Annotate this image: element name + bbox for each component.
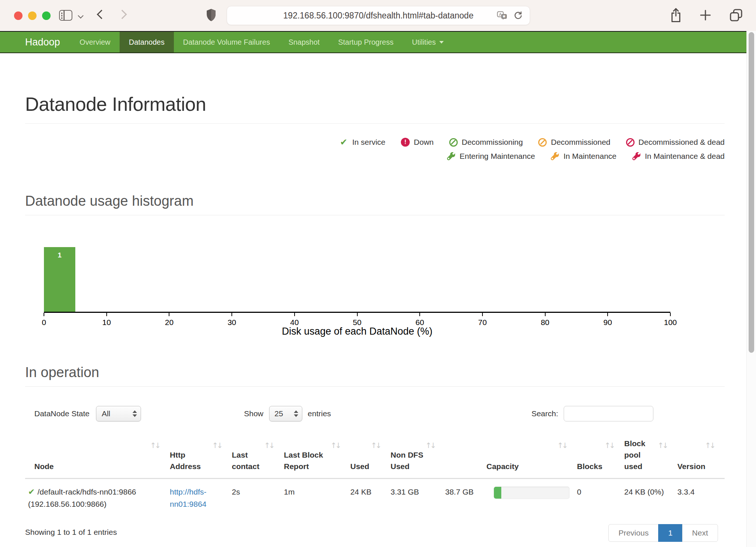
x-axis-tick-label: 20: [165, 318, 173, 327]
nav-item-utilities[interactable]: Utilities: [403, 32, 453, 52]
x-axis-tick-label: 30: [227, 318, 236, 327]
select-arrows-icon: [133, 410, 137, 417]
check-icon: [339, 138, 348, 147]
column-header-http-address[interactable]: Http Address: [170, 438, 232, 479]
browser-toolbar: 192.168.56.100:9870/dfshealth.html#tab-d…: [0, 0, 756, 31]
cell-last-block-report: 1m: [284, 479, 350, 516]
zoom-window-button[interactable]: [42, 11, 51, 20]
pagination-next[interactable]: Next: [683, 524, 718, 542]
scrollbar-thumb[interactable]: [749, 32, 754, 353]
brand-hadoop[interactable]: Hadoop: [25, 32, 60, 52]
address-bar[interactable]: 192.168.56.100:9870/dfshealth.html#tab-d…: [227, 6, 530, 25]
sort-icon[interactable]: [330, 440, 340, 451]
forward-button[interactable]: [117, 10, 127, 19]
column-header-version[interactable]: Version: [677, 438, 725, 479]
nav-item-snapshot[interactable]: Snapshot: [279, 32, 329, 52]
pagination-page-1[interactable]: 1: [659, 524, 683, 542]
tab-overview-icon[interactable]: [729, 8, 743, 23]
sort-icon[interactable]: [557, 440, 567, 451]
close-window-button[interactable]: [14, 11, 23, 20]
section-title-in-operation: In operation: [25, 365, 725, 380]
sort-icon[interactable]: [150, 440, 159, 451]
legend-in-service: In service: [339, 138, 385, 147]
nav-item-overview[interactable]: Overview: [71, 32, 120, 52]
ban-circle-icon: [626, 138, 635, 147]
translate-icon[interactable]: A ✱: [497, 11, 508, 21]
wrench-icon: [632, 152, 641, 161]
pagination-previous[interactable]: Previous: [609, 524, 659, 542]
datanode-state-label: DataNode State: [34, 409, 89, 418]
table-controls: DataNode State All Show 25 entries Searc: [25, 406, 725, 422]
search-input[interactable]: [564, 406, 653, 421]
column-header-last-contact[interactable]: Last contact: [232, 438, 284, 479]
column-header-used[interactable]: Used: [350, 438, 391, 479]
chevron-down-icon[interactable]: [78, 13, 84, 19]
privacy-shield-icon[interactable]: [205, 8, 217, 23]
capacity-progress-bar: [494, 487, 501, 499]
x-axis-tick: [670, 313, 671, 316]
legend-down: Down: [401, 138, 434, 147]
datanode-state-legend: In service Down Decommissioning Decommis…: [25, 138, 725, 161]
cell-used: 24 KB: [350, 479, 391, 516]
x-axis-tick: [44, 313, 44, 316]
x-axis-tick: [545, 313, 546, 316]
sidebar-toggle-icon[interactable]: [59, 10, 72, 21]
column-header-node[interactable]: Node: [25, 438, 170, 479]
sort-icon[interactable]: [264, 440, 274, 451]
http-address-link[interactable]: http://hdfs-nn01:9864: [170, 486, 220, 510]
nav-item-datanodes[interactable]: Datanodes: [120, 32, 174, 52]
in-operation-section: In operation DataNode State All Show 25: [25, 365, 725, 543]
x-axis-tick: [106, 313, 107, 316]
share-icon[interactable]: [670, 7, 682, 23]
x-axis-tick: [169, 313, 169, 316]
histogram-bar: 1: [44, 247, 75, 312]
sort-icon[interactable]: [604, 440, 614, 451]
sort-icon[interactable]: [371, 440, 380, 451]
ban-circle-icon: [449, 138, 458, 147]
search-label: Search:: [532, 409, 558, 418]
show-label: Show: [244, 409, 264, 418]
cell-capacity: 38.7 GB: [445, 479, 577, 516]
column-header-last-block-report[interactable]: Last Block Report: [284, 438, 350, 479]
url-text: 192.168.56.100:9870/dfshealth.html#tab-d…: [283, 11, 473, 21]
sort-icon[interactable]: [212, 440, 221, 451]
legend-entering-maintenance: Entering Maintenance: [447, 152, 535, 161]
sort-icon[interactable]: [705, 440, 714, 451]
column-header-block-pool-used[interactable]: Block pool used: [624, 438, 677, 479]
column-header-non-dfs-used[interactable]: Non DFS Used: [391, 438, 445, 479]
wrench-icon: [447, 152, 456, 161]
section-title-histogram: Datanode usage histogram: [25, 193, 725, 209]
reload-icon[interactable]: [513, 11, 523, 21]
cell-blocks: 0: [577, 479, 624, 516]
legend-in-maintenance: In Maintenance: [550, 152, 616, 161]
entries-summary: Showing 1 to 1 of 1 entries: [25, 528, 117, 537]
legend-decommissioning: Decommissioning: [449, 138, 523, 147]
x-axis-tick: [231, 313, 232, 316]
back-button[interactable]: [97, 10, 106, 19]
x-axis-tick-label: 100: [664, 318, 677, 327]
page-length-select[interactable]: 25: [269, 406, 302, 421]
column-header-capacity[interactable]: Capacity: [445, 438, 577, 479]
caret-down-icon: [439, 41, 444, 44]
nav-item-startup-progress[interactable]: Startup Progress: [329, 32, 403, 52]
x-axis-tick-label: 0: [42, 318, 46, 327]
nav-item-datanode-volume-failures[interactable]: Datanode Volume Failures: [174, 32, 279, 52]
legend-decommissioned-dead: Decommissioned & dead: [626, 138, 725, 147]
wrench-icon: [550, 152, 559, 161]
datanode-state-select[interactable]: All: [96, 406, 141, 421]
check-icon: [28, 488, 35, 496]
legend-in-maintenance-dead: In Maintenance & dead: [632, 152, 725, 161]
cell-node: /default-rack/hdfs-nn01:9866 (192.168.56…: [25, 479, 170, 516]
page-title: Datanode Information: [25, 93, 725, 115]
new-tab-icon[interactable]: [699, 9, 712, 21]
select-arrows-icon: [294, 410, 298, 417]
entries-label: entries: [308, 409, 331, 418]
scrollbar-track[interactable]: [746, 31, 756, 547]
cell-non-dfs-used: 3.31 GB: [391, 479, 445, 516]
sort-icon[interactable]: [657, 440, 667, 451]
histogram-section: Datanode usage histogram 1 0102030405060…: [25, 193, 725, 337]
minimize-window-button[interactable]: [28, 11, 37, 20]
sort-icon[interactable]: [425, 440, 435, 451]
table-row: /default-rack/hdfs-nn01:9866 (192.168.56…: [25, 479, 725, 516]
column-header-blocks[interactable]: Blocks: [577, 438, 624, 479]
